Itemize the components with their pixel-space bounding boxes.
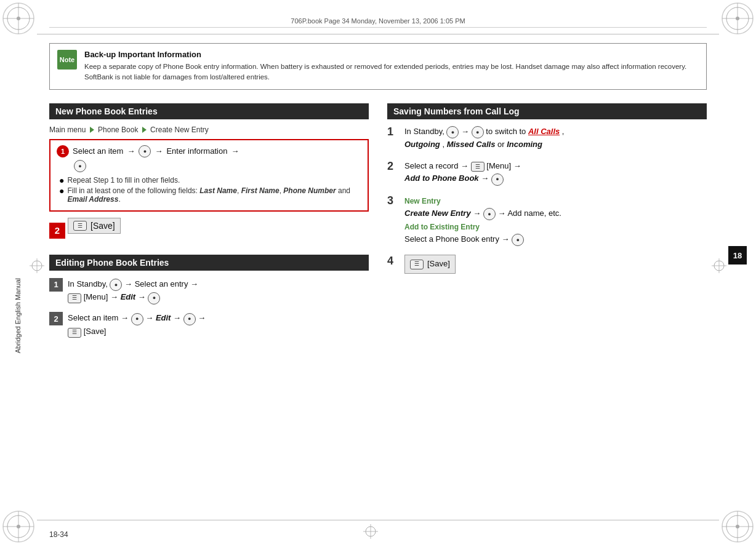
step1-btn2: ● bbox=[74, 160, 86, 172]
step1-arrow1: → bbox=[127, 146, 135, 156]
right-step2-menu: ☰ bbox=[471, 162, 485, 172]
right-step3-btn1: ● bbox=[483, 208, 496, 220]
step1-num: 1 bbox=[57, 145, 69, 157]
right-step4: 4 ☰ [Save] bbox=[387, 255, 707, 284]
edit-step2-btn1: ● bbox=[131, 313, 143, 325]
col-left: New Phone Book Entries Main menu Phone B… bbox=[49, 103, 369, 345]
note-title: Back-up Important Information bbox=[84, 50, 699, 59]
breadcrumb-arrow1 bbox=[90, 127, 94, 133]
right-step3: 3 New Entry Create New Entry → ● → Add n… bbox=[387, 194, 707, 247]
breadcrumb-arrow2 bbox=[142, 127, 147, 133]
right-step1-num: 1 bbox=[387, 125, 400, 138]
edit-step1-edit: Edit bbox=[121, 292, 136, 301]
right-step2-btn: ● bbox=[491, 173, 504, 186]
edit-step1-btn2: ● bbox=[148, 292, 160, 304]
new-phone-book-header: New Phone Book Entries bbox=[49, 103, 369, 119]
right-step3-create-row: Create New Entry → ● → Add name, etc. bbox=[404, 207, 561, 220]
crosshair-bottom bbox=[363, 524, 378, 539]
saving-header: Saving Numbers from Call Log bbox=[387, 103, 707, 119]
right-step1-content: In Standby, ● → ● to switch to All Calls… bbox=[404, 125, 564, 151]
edit-step1: 1 In Standby, ● → Select an entry → ☰ [M… bbox=[49, 278, 369, 305]
two-col-layout: New Phone Book Entries Main menu Phone B… bbox=[49, 103, 707, 345]
right-step1-incoming: Incoming bbox=[507, 140, 542, 149]
right-step1-btn1: ● bbox=[446, 126, 459, 138]
svg-point-9 bbox=[736, 17, 739, 20]
note-icon: Note bbox=[57, 50, 77, 70]
svg-point-14 bbox=[17, 525, 20, 528]
corner-bottom-left bbox=[0, 508, 37, 545]
edit-step2-menu: ☰ bbox=[68, 328, 81, 338]
note-content: Back-up Important Information Keep a sep… bbox=[84, 50, 699, 83]
edit-step1-btn1: ● bbox=[110, 279, 122, 291]
crosshair-right bbox=[712, 258, 726, 273]
step2-menu-btn: ☰ bbox=[73, 221, 87, 231]
step1-select-item: Select an item bbox=[73, 146, 123, 156]
right-step4-content: ☰ [Save] bbox=[404, 255, 456, 284]
step1-arrow3: → bbox=[231, 146, 239, 156]
side-label: Abridged English Manual bbox=[9, 123, 26, 508]
bottom-rule bbox=[37, 520, 719, 520]
edit-step2-content: Select an item → ● → Edit → ● → ☰ [Save] bbox=[68, 312, 369, 338]
right-step3-select-row: Select a Phone Book entry → ● bbox=[404, 233, 561, 246]
step1-row: 1 Select an item → ● → Enter information… bbox=[57, 145, 361, 157]
step1-btn2-row: ● bbox=[57, 160, 361, 172]
col-right: Saving Numbers from Call Log 1 In Standb… bbox=[387, 103, 707, 345]
corner-top-left bbox=[0, 0, 37, 37]
side-label-text: Abridged English Manual bbox=[14, 278, 22, 353]
right-step1-btn2: ● bbox=[472, 126, 484, 138]
right-step1: 1 In Standby, ● → ● to switch to All Cal… bbox=[387, 125, 707, 151]
edit-step1-menu-btn: ☰ bbox=[68, 293, 81, 303]
step1-btn1: ● bbox=[139, 145, 151, 157]
corner-top-right bbox=[719, 0, 756, 37]
edit-step1-content: In Standby, ● → Select an entry → ☰ [Men… bbox=[68, 278, 369, 305]
bullet1: ● Repeat Step 1 to fill in other fields. bbox=[59, 176, 361, 185]
right-step2-num: 2 bbox=[387, 160, 400, 173]
breadcrumb: Main menu Phone Book Create New Entry bbox=[49, 125, 369, 134]
right-step2-content: Select a record → ☰ [Menu] → Add to Phon… bbox=[404, 160, 521, 186]
note-text: Keep a separate copy of Phone Book entry… bbox=[84, 62, 699, 83]
right-step4-num: 4 bbox=[387, 255, 400, 268]
svg-point-4 bbox=[17, 17, 20, 20]
corner-bottom-right bbox=[719, 508, 756, 545]
edit-step2: 2 Select an item → ● → Edit → ● → ☰ [Sav… bbox=[49, 312, 369, 338]
right-step2: 2 Select a record → ☰ [Menu] → Add to Ph… bbox=[387, 160, 707, 186]
right-step3-add-label: Add to Existing Entry bbox=[404, 221, 561, 233]
page-num-badge: 18 bbox=[728, 246, 747, 265]
crosshair-left bbox=[30, 258, 44, 273]
right-step1-outgoing: Outgoing bbox=[404, 140, 440, 149]
step2-save-box: ☰ [Save] bbox=[68, 218, 121, 234]
top-rule bbox=[37, 34, 719, 34]
page-number: 18-34 bbox=[49, 530, 68, 539]
note-box: Note Back-up Important Information Keep … bbox=[49, 43, 707, 90]
step2-save-label: [Save] bbox=[90, 221, 115, 231]
main-content: Note Back-up Important Information Keep … bbox=[49, 43, 707, 508]
edit-step2-num: 2 bbox=[49, 312, 63, 325]
right-step3-new-label: New Entry bbox=[404, 196, 561, 207]
right-step1-all-calls: All Calls bbox=[528, 127, 560, 136]
step2-num: 2 bbox=[49, 223, 65, 239]
step1-bullets: ● Repeat Step 1 to fill in other fields.… bbox=[57, 176, 361, 204]
edit-step1-num: 1 bbox=[49, 278, 63, 292]
right-step4-menu: ☰ bbox=[410, 260, 424, 269]
editing-header: Editing Phone Book Entries bbox=[49, 255, 369, 271]
step1-arrow2: → bbox=[155, 146, 163, 156]
step1-enter-info: Enter information bbox=[166, 146, 227, 156]
right-step3-content: New Entry Create New Entry → ● → Add nam… bbox=[404, 194, 561, 247]
right-step2-add: Add to Phone Book bbox=[404, 173, 479, 183]
top-bar-text: 706P.book Page 34 Monday, November 13, 2… bbox=[49, 17, 707, 25]
edit-step2-edit: Edit bbox=[156, 313, 171, 322]
step1-box: 1 Select an item → ● → Enter information… bbox=[49, 139, 369, 212]
right-step4-save-box: ☰ [Save] bbox=[404, 255, 456, 274]
top-bar: 706P.book Page 34 Monday, November 13, 2… bbox=[49, 17, 707, 28]
right-step3-create: Create New Entry bbox=[404, 209, 471, 218]
edit-step2-btn2: ● bbox=[183, 313, 196, 325]
svg-point-19 bbox=[736, 525, 739, 528]
right-step3-num: 3 bbox=[387, 194, 400, 207]
right-step3-btn2: ● bbox=[512, 234, 524, 246]
right-step1-missed: Missed Calls bbox=[447, 140, 496, 149]
bullet2: ● Fill in at least one of the following … bbox=[59, 186, 361, 204]
step2-row: 2 ☰ [Save] bbox=[49, 218, 369, 244]
